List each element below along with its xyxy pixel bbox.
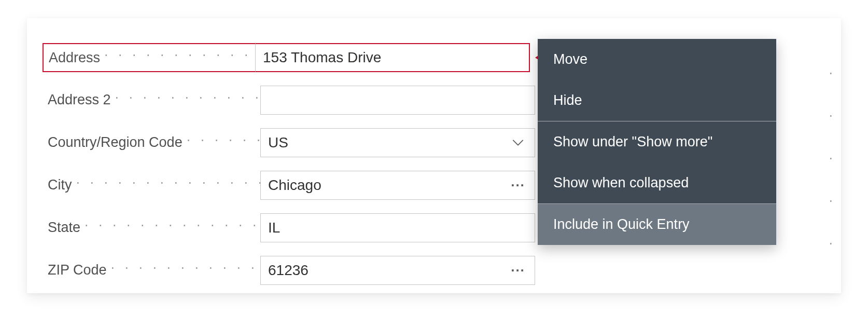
country-code-input[interactable]: US [260,128,535,157]
field-value: IL [268,220,527,236]
label-dots [104,49,255,66]
field-context-menu: Move Hide Show under "Show more" Show wh… [538,39,776,245]
field-value: US [268,134,509,151]
label-dots [85,220,260,236]
right-column-dots-1: · [829,107,836,124]
field-label: Country/Region Code [48,134,187,151]
label-dots [76,177,261,194]
form-card: Address 153 Thomas Drive Address 2 Count… [27,18,841,293]
ctx-item-label: Move [553,51,587,67]
field-label: City [48,177,76,193]
ctx-item-label: Hide [553,92,582,108]
field-label-wrap: Address 2 [48,92,260,108]
ctx-item-label: Include in Quick Entry [553,216,690,232]
ctx-item-move[interactable]: Move [538,39,776,80]
field-label-wrap: City [48,177,260,194]
address2-input[interactable] [260,86,535,115]
field-label: Address [49,50,104,66]
field-value: 61236 [268,262,509,279]
ctx-item-include-quick-entry[interactable]: Include in Quick Entry [538,204,776,245]
field-label: State [48,220,85,236]
ellipsis-icon[interactable]: ··· [509,263,527,279]
field-value: 153 Thomas Drive [263,49,522,66]
label-dots [115,92,260,108]
ctx-item-show-under-show-more[interactable]: Show under "Show more" [538,121,776,162]
city-input[interactable]: Chicago ··· [260,171,535,200]
ctx-item-label: Show under "Show more" [553,134,712,149]
right-column-dots-3: · [829,193,836,209]
ellipsis-icon[interactable]: ··· [509,177,527,194]
right-column-dots-0: · [829,65,836,81]
chevron-down-icon[interactable] [509,139,527,146]
field-value: Chicago [268,177,509,194]
address-input[interactable]: 153 Thomas Drive [255,43,530,72]
zip-input[interactable]: 61236 ··· [260,256,535,285]
ctx-item-show-when-collapsed[interactable]: Show when collapsed [538,162,776,203]
label-dots [187,134,260,151]
field-label-wrap: Address [43,43,255,72]
field-label-wrap: Country/Region Code [48,134,260,151]
state-input[interactable]: IL [260,213,535,242]
field-label: Address 2 [48,92,115,108]
right-column-dots-2: · [829,150,836,166]
field-label-wrap: ZIP Code [48,262,260,279]
right-column-dots-4: · [829,235,836,251]
label-dots [111,262,260,279]
ctx-item-label: Show when collapsed [553,175,689,190]
field-label-wrap: State [48,220,260,236]
ctx-item-hide[interactable]: Hide [538,80,776,121]
field-label: ZIP Code [48,262,111,278]
